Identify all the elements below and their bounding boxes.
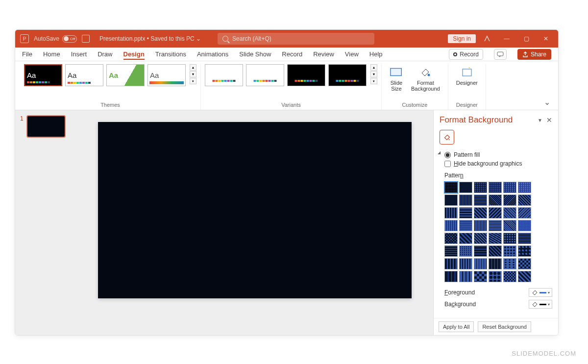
pattern-swatch[interactable] xyxy=(444,258,458,269)
tab-animations[interactable]: Animations xyxy=(197,49,228,60)
tab-home[interactable]: Home xyxy=(43,49,60,60)
slide-thumbnail-1[interactable] xyxy=(26,115,66,138)
pattern-swatch[interactable] xyxy=(518,245,531,257)
variant-2[interactable] xyxy=(246,64,284,86)
pattern-swatch[interactable] xyxy=(444,245,458,257)
tab-help[interactable]: Help xyxy=(369,49,383,60)
pattern-swatch[interactable] xyxy=(474,271,487,282)
pattern-swatch[interactable] xyxy=(474,207,487,218)
sign-in-button[interactable]: Sign in xyxy=(448,34,476,43)
pattern-swatch[interactable] xyxy=(444,233,458,244)
pattern-swatch[interactable] xyxy=(459,182,472,193)
pattern-swatch[interactable] xyxy=(444,207,458,218)
pattern-swatch[interactable] xyxy=(503,207,516,218)
variant-3[interactable] xyxy=(287,64,325,86)
pattern-swatch[interactable] xyxy=(503,233,516,244)
pattern-swatch[interactable] xyxy=(459,233,472,244)
ribbon-collapse-button[interactable]: ⌄ xyxy=(541,95,553,110)
pattern-swatch[interactable] xyxy=(503,182,516,193)
pane-dropdown-icon[interactable]: ▼ xyxy=(538,118,542,123)
pattern-swatch[interactable] xyxy=(518,258,531,269)
pattern-swatch[interactable] xyxy=(459,245,472,257)
pattern-swatch[interactable] xyxy=(518,271,531,282)
pattern-swatch[interactable] xyxy=(503,194,516,206)
coming-soon-icon[interactable] xyxy=(479,32,495,46)
hide-bg-graphics-check[interactable]: Hide background graphics xyxy=(444,160,552,167)
pattern-swatch[interactable] xyxy=(444,194,458,206)
pattern-swatch[interactable] xyxy=(444,271,458,282)
theme-4[interactable]: Aa xyxy=(147,64,186,86)
pattern-swatch[interactable] xyxy=(444,220,458,231)
tab-design[interactable]: Design xyxy=(123,49,145,60)
theme-2[interactable]: Aa xyxy=(65,64,103,86)
pattern-swatch[interactable] xyxy=(503,258,516,269)
toggle-switch[interactable]: Off xyxy=(62,35,77,43)
tab-insert[interactable]: Insert xyxy=(71,49,87,60)
pattern-swatch[interactable] xyxy=(518,182,531,193)
pattern-swatch[interactable] xyxy=(489,220,502,231)
pattern-swatch[interactable] xyxy=(474,233,487,244)
pattern-swatch[interactable] xyxy=(459,220,472,231)
background-color-button[interactable]: ▾ xyxy=(529,300,552,309)
pattern-swatch[interactable] xyxy=(474,258,487,269)
pattern-swatch[interactable] xyxy=(489,271,502,282)
reset-background-button[interactable]: Reset Background xyxy=(478,321,531,332)
pattern-fill-radio[interactable]: Pattern fill xyxy=(444,151,552,158)
theme-office-dark[interactable]: Aa xyxy=(24,64,62,86)
pattern-swatch[interactable] xyxy=(474,245,487,257)
pattern-swatch[interactable] xyxy=(503,271,516,282)
tab-view[interactable]: View xyxy=(345,49,359,60)
tab-record[interactable]: Record xyxy=(282,49,302,60)
pattern-swatch[interactable] xyxy=(474,220,487,231)
pattern-swatch[interactable] xyxy=(518,233,531,244)
pattern-swatch[interactable] xyxy=(444,182,458,193)
search-input[interactable]: Search (Alt+Q) xyxy=(218,33,374,45)
foreground-color-button[interactable]: ▾ xyxy=(529,288,552,297)
variants-group-label: Variants xyxy=(281,102,301,108)
file-title[interactable]: Presentation.pptx • Saved to this PC ⌄ xyxy=(99,35,201,42)
maximize-button[interactable]: ▢ xyxy=(518,32,535,46)
pattern-swatch[interactable] xyxy=(518,220,531,231)
variant-4[interactable] xyxy=(328,64,367,86)
pattern-swatch[interactable] xyxy=(489,233,502,244)
tab-draw[interactable]: Draw xyxy=(98,49,112,60)
variants-scroll[interactable]: ▲▼▾ xyxy=(370,64,377,84)
autosave-toggle[interactable]: AutoSave Off xyxy=(34,35,77,43)
minimize-button[interactable]: — xyxy=(498,32,515,46)
pattern-swatch[interactable] xyxy=(489,182,502,193)
record-button[interactable]: Record xyxy=(449,49,483,60)
pattern-swatch[interactable] xyxy=(459,258,472,269)
pattern-swatch[interactable] xyxy=(459,207,472,218)
theme-3[interactable]: Aa xyxy=(106,64,145,86)
pattern-swatch[interactable] xyxy=(518,207,531,218)
slide-canvas[interactable] xyxy=(98,122,412,298)
tab-file[interactable]: File xyxy=(22,49,32,60)
variant-1[interactable] xyxy=(205,64,243,86)
comments-button[interactable] xyxy=(494,49,507,60)
save-icon[interactable] xyxy=(82,35,90,43)
pattern-swatch[interactable] xyxy=(474,182,487,193)
pattern-swatch[interactable] xyxy=(459,271,472,282)
pattern-swatch[interactable] xyxy=(459,194,472,206)
pattern-swatch[interactable] xyxy=(489,258,502,269)
slide-size-button[interactable]: Slide Size xyxy=(386,64,407,94)
pattern-swatch[interactable] xyxy=(489,245,502,257)
designer-button[interactable]: Designer xyxy=(452,64,482,88)
apply-to-all-button[interactable]: Apply to All xyxy=(439,321,474,332)
pattern-swatch[interactable] xyxy=(474,194,487,206)
tab-transitions[interactable]: Transitions xyxy=(155,49,186,60)
format-background-button[interactable]: Format Background xyxy=(407,64,444,94)
pattern-swatch[interactable] xyxy=(489,194,502,206)
pattern-swatch[interactable] xyxy=(518,194,531,206)
share-button[interactable]: Share xyxy=(517,49,551,60)
themes-scroll[interactable]: ▲▼▾ xyxy=(190,64,196,84)
tab-review[interactable]: Review xyxy=(313,49,334,60)
pattern-swatch[interactable] xyxy=(503,220,516,231)
pane-close-button[interactable]: ✕ xyxy=(546,116,552,124)
search-placeholder: Search (Alt+Q) xyxy=(232,35,271,42)
fill-category-icon[interactable] xyxy=(440,130,454,145)
tab-slideshow[interactable]: Slide Show xyxy=(239,49,271,60)
close-button[interactable]: ✕ xyxy=(538,32,554,46)
pattern-swatch[interactable] xyxy=(489,207,502,218)
pattern-swatch[interactable] xyxy=(503,245,516,257)
